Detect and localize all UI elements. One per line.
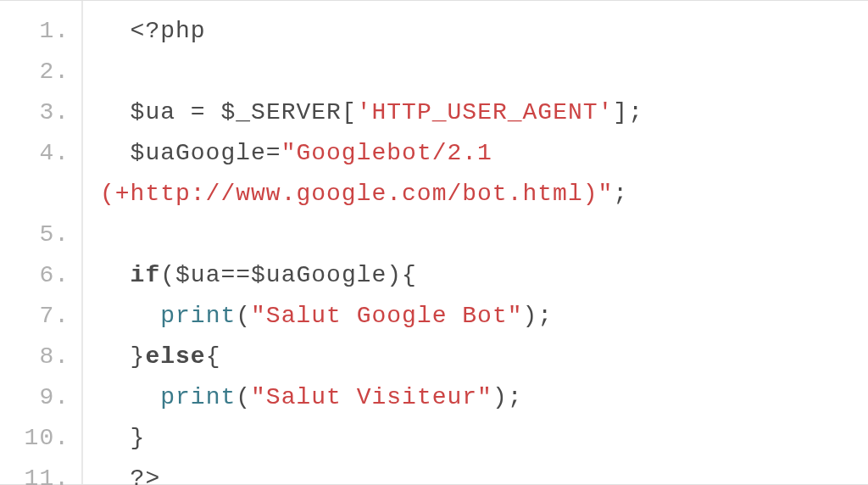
code-block: 1.2.3.4..5.6.7.8.9.10.11. <?php $ua = $_…	[0, 0, 868, 485]
code-token: {	[402, 262, 417, 288]
code-token: $ua	[131, 99, 175, 125]
code-token: (	[160, 262, 175, 288]
line-number: 5.	[0, 215, 70, 255]
code-token: )	[387, 262, 402, 288]
code-token: ;	[537, 303, 553, 329]
line-number: 2.	[0, 52, 70, 92]
code-token: }	[131, 343, 146, 370]
code-token: $_SERVER	[220, 99, 341, 125]
code-line: $uaGoogle="Googlebot/2.1	[100, 133, 643, 174]
code-token: (	[236, 384, 251, 410]
code-token	[175, 99, 191, 125]
code-token: (+http://www.google.com/bot.html)"	[100, 181, 613, 207]
line-number: 9.	[0, 377, 70, 418]
code-token: =	[266, 140, 281, 166]
code-token: $ua	[175, 262, 220, 288]
code-line-wrap: (+http://www.google.com/bot.html)";	[100, 174, 643, 215]
code-token: print	[160, 384, 236, 410]
line-number: 1.	[0, 11, 70, 52]
code-line: ?>	[100, 459, 643, 485]
code-token: print	[160, 303, 236, 329]
code-line: print("Salut Visiteur");	[100, 377, 643, 418]
line-number: 7.	[0, 296, 70, 337]
code-line: $ua = $_SERVER['HTTP_USER_AGENT'];	[100, 92, 643, 133]
code-token: $uaGoogle	[131, 140, 266, 166]
line-number: 8.	[0, 337, 70, 377]
code-token: }	[131, 425, 146, 451]
code-line	[100, 52, 643, 92]
code-token: ;	[508, 384, 523, 410]
line-number: 11.	[0, 459, 70, 485]
code-token: (	[236, 303, 251, 329]
code-token: 'HTTP_USER_AGENT'	[357, 99, 614, 125]
code-token: "Salut Google Bot"	[251, 303, 522, 329]
line-number: 6.	[0, 255, 70, 296]
code-token: <?php	[131, 18, 206, 44]
code-line	[100, 215, 643, 255]
code-line: }	[100, 418, 643, 459]
code-content[interactable]: <?php $ua = $_SERVER['HTTP_USER_AGENT'];…	[83, 1, 643, 484]
code-token: )	[492, 384, 508, 410]
code-line: <?php	[100, 11, 643, 52]
line-number: 4.	[0, 133, 70, 174]
code-token: ?>	[131, 465, 161, 485]
code-line: }else{	[100, 337, 643, 377]
code-token: ;	[628, 99, 643, 125]
code-token: [	[342, 99, 357, 125]
line-number: 3.	[0, 92, 70, 133]
line-number-gutter: 1.2.3.4..5.6.7.8.9.10.11.	[0, 1, 83, 484]
code-token: "Googlebot/2.1	[281, 140, 508, 166]
code-line: print("Salut Google Bot");	[100, 296, 643, 337]
code-token: $uaGoogle	[251, 262, 387, 288]
code-token: else	[145, 343, 205, 370]
code-token	[206, 99, 221, 125]
code-line: if($ua==$uaGoogle){	[100, 255, 643, 296]
code-token: ==	[220, 262, 251, 288]
code-token: )	[523, 303, 538, 329]
code-token: {	[206, 343, 221, 370]
code-token: "Salut Visiteur"	[251, 384, 492, 410]
code-token: ]	[613, 99, 628, 125]
line-number: 10.	[0, 418, 70, 459]
code-token: if	[131, 262, 161, 288]
code-token: =	[191, 99, 206, 125]
code-token: ;	[613, 181, 628, 207]
